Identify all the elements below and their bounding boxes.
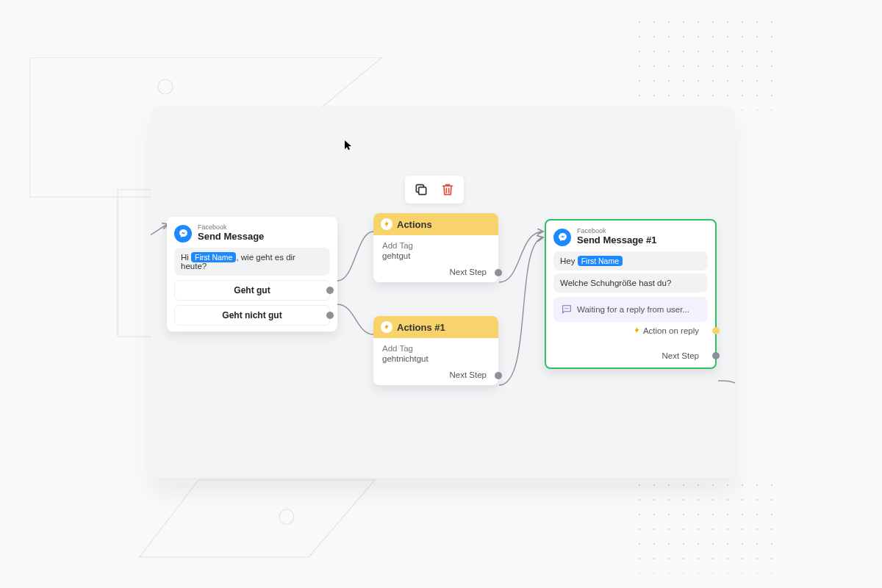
node-title: Send Message [198, 231, 264, 243]
trash-icon [440, 182, 455, 197]
node-toolbar [405, 176, 464, 204]
output-port[interactable] [495, 372, 502, 379]
action-type-label: Add Tag [382, 344, 490, 353]
node-actions[interactable]: Actions Add Tag gehtgut Next Step [373, 213, 498, 282]
flow-canvas[interactable]: Facebook Send Message Hi First Name, wie… [151, 107, 735, 478]
next-step-label: Next Step [450, 370, 487, 379]
messenger-icon [174, 225, 192, 243]
output-port-action[interactable] [712, 327, 720, 334]
svg-point-4 [279, 509, 294, 524]
messenger-icon [553, 229, 571, 246]
output-port[interactable] [495, 269, 502, 276]
node-actions-1[interactable]: Actions #1 Add Tag gehtnichtgut Next Ste… [373, 316, 498, 385]
mouse-cursor [345, 140, 354, 153]
svg-point-9 [567, 308, 568, 309]
svg-rect-6 [419, 187, 426, 195]
next-step-label: Next Step [662, 351, 700, 360]
svg-marker-3 [140, 480, 375, 557]
action-type-label: Add Tag [382, 241, 490, 250]
action-icon [381, 321, 392, 333]
node-title: Send Message #1 [577, 234, 656, 247]
action-tag-value: gehtnichtgut [382, 354, 490, 363]
node-platform-label: Facebook [198, 224, 264, 231]
next-step-label: Next Step [450, 268, 487, 276]
output-port[interactable] [712, 352, 720, 359]
actions-title: Actions [397, 219, 432, 230]
actions-title: Actions #1 [397, 322, 445, 333]
svg-point-1 [158, 79, 173, 94]
variable-chip-first-name: First Name [578, 256, 623, 266]
waiting-label: Waiting for a reply from user... [577, 305, 689, 314]
decor-dot-grid [632, 15, 779, 110]
action-on-reply-label: Action on reply [643, 326, 699, 335]
svg-point-7 [564, 308, 565, 309]
action-icon [381, 218, 392, 230]
next-step-row[interactable]: Next Step [553, 351, 708, 360]
variable-chip-first-name: First Name [191, 252, 236, 262]
chat-icon [561, 304, 573, 315]
quick-reply-label: Geht gut [234, 285, 270, 295]
output-port[interactable] [326, 312, 334, 319]
message-text: Welche Schuhgröße hast du? [560, 279, 671, 287]
message-bubble-2[interactable]: Welche Schuhgröße hast du? [553, 273, 708, 293]
node-platform-label: Facebook [577, 228, 656, 234]
message-text-pre: Hey [560, 257, 578, 265]
action-tag-value: gehtgut [382, 251, 490, 260]
action-on-reply-row[interactable]: Action on reply [553, 326, 708, 335]
node-send-message[interactable]: Facebook Send Message Hi First Name, wie… [167, 217, 337, 331]
copy-button[interactable] [411, 179, 431, 200]
decor-dot-grid-bottom [632, 478, 779, 573]
bolt-icon [633, 326, 641, 334]
output-port[interactable] [326, 287, 334, 294]
waiting-for-reply[interactable]: Waiting for a reply from user... [553, 297, 708, 322]
quick-reply-label: Geht nicht gut [222, 310, 282, 320]
message-bubble[interactable]: Hi First Name, wie geht es dir heute? [174, 248, 330, 276]
quick-reply-option-2[interactable]: Geht nicht gut [174, 305, 330, 326]
node-send-message-1-selected[interactable]: Facebook Send Message #1 Hey First Name … [545, 219, 717, 369]
copy-icon [414, 182, 429, 197]
svg-point-8 [566, 308, 567, 309]
message-bubble[interactable]: Hey First Name [553, 251, 708, 270]
message-text-pre: Hi [181, 253, 191, 262]
next-step-row[interactable]: Next Step [373, 263, 498, 282]
delete-button[interactable] [437, 179, 458, 200]
next-step-row[interactable]: Next Step [373, 366, 498, 385]
quick-reply-option-1[interactable]: Geht gut [174, 280, 330, 301]
